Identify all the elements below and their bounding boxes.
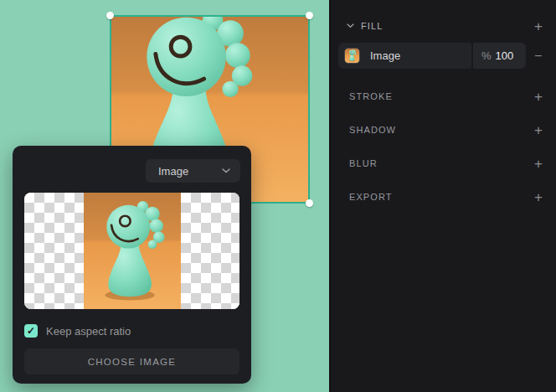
section-label-export: EXPORT: [349, 192, 393, 202]
fill-options-popup: Image ✓ Keep aspect ratio CHOOSE IMAGE: [13, 146, 251, 384]
fill-type-dropdown-value: Image: [158, 165, 188, 178]
section-label-fill: FILL: [361, 21, 383, 31]
add-stroke-button[interactable]: +: [533, 90, 544, 104]
chevron-down-icon: [222, 168, 230, 173]
section-header-shadow: SHADOW +: [331, 121, 556, 138]
percent-icon: %: [481, 49, 492, 62]
selection-handle-bottom-right[interactable]: [306, 199, 313, 207]
add-export-button[interactable]: +: [533, 190, 544, 204]
add-blur-button[interactable]: +: [533, 157, 544, 171]
fill-opacity-value: 100: [496, 49, 514, 62]
section-label-blur: BLUR: [349, 158, 378, 168]
add-fill-button[interactable]: +: [533, 19, 544, 34]
add-shadow-button[interactable]: +: [533, 123, 544, 137]
image-preview: [24, 193, 239, 309]
fill-entry[interactable]: Image: [338, 43, 471, 69]
right-panel: FILL + Image % 100 − STROKE +: [329, 0, 556, 392]
section-header-export: EXPORT +: [331, 188, 556, 205]
chevron-down-icon: [347, 23, 354, 28]
fill-opacity-input[interactable]: % 100: [473, 43, 526, 69]
remove-fill-button[interactable]: −: [534, 49, 542, 63]
section-header-blur: BLUR +: [331, 155, 556, 172]
section-label-shadow: SHADOW: [349, 125, 396, 135]
keep-aspect-ratio-label: Keep aspect ratio: [46, 325, 131, 338]
fill-type-dropdown[interactable]: Image: [146, 159, 240, 183]
fill-type-label: Image: [370, 49, 400, 62]
checkmark-icon: ✓: [27, 326, 35, 336]
fill-thumbnail: [345, 49, 359, 63]
transparency-checkerboard: [181, 193, 239, 309]
app-window: Image ✓ Keep aspect ratio CHOOSE IMAGE: [0, 0, 556, 392]
transparency-checkerboard: [24, 193, 84, 309]
section-header-fill[interactable]: FILL +: [331, 18, 556, 34]
keep-aspect-ratio-checkbox[interactable]: ✓: [24, 324, 38, 338]
keep-aspect-ratio-row[interactable]: ✓ Keep aspect ratio: [24, 324, 131, 338]
preview-image: [84, 193, 181, 309]
selection-handle-top-left[interactable]: [106, 12, 114, 19]
fill-entry-row: Image % 100 −: [338, 43, 542, 69]
section-label-stroke: STROKE: [349, 91, 393, 101]
selection-handle-top-right[interactable]: [306, 12, 313, 19]
choose-image-button[interactable]: CHOOSE IMAGE: [24, 348, 239, 374]
section-header-stroke: STROKE +: [331, 88, 556, 105]
